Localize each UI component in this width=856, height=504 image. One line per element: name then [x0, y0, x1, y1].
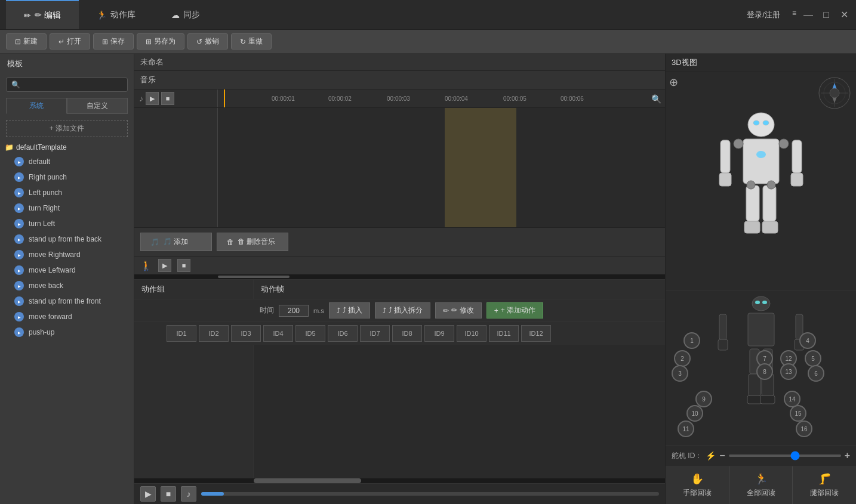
settings-icon[interactable]: ≡	[792, 9, 796, 21]
svg-rect-29	[718, 339, 728, 350]
svg-point-11	[756, 151, 766, 158]
modify-button[interactable]: ✏ ✏ 修改	[435, 302, 481, 319]
add-action-icon: +	[494, 307, 498, 315]
servo-minus-button[interactable]: −	[719, 450, 725, 461]
tab-custom[interactable]: 自定义	[67, 98, 128, 114]
list-item[interactable]: move Leftward	[0, 262, 134, 278]
music-del-icon: 🗑	[227, 238, 234, 246]
music-stop-button[interactable]: ■	[161, 92, 174, 105]
id-cell-6[interactable]: ID6	[328, 325, 358, 342]
timeline-scrollbar[interactable]	[134, 274, 665, 279]
list-item[interactable]: stand up from the front	[0, 293, 134, 309]
id-cell-9[interactable]: ID9	[424, 325, 454, 342]
list-item[interactable]: turn Left	[0, 216, 134, 231]
list-item[interactable]: push-up	[0, 324, 134, 340]
id-cell-8[interactable]: ID8	[392, 325, 422, 342]
add-servo-icon[interactable]: ⊕	[669, 76, 678, 89]
action-scrollbar[interactable]	[134, 478, 665, 483]
servo-button-4[interactable]: 4	[799, 332, 816, 349]
servo-plus-button[interactable]: +	[845, 450, 850, 461]
servo-button-3[interactable]: 3	[672, 365, 688, 382]
svg-point-25	[755, 301, 760, 304]
walk-play-button[interactable]: ▶	[158, 259, 171, 272]
time-input[interactable]	[279, 305, 309, 317]
leg-read-button[interactable]: 🦵 腿部回读	[793, 466, 856, 504]
id-cell-7[interactable]: ID7	[360, 325, 390, 342]
tab-system[interactable]: 系统	[6, 98, 67, 114]
id-cell-10[interactable]: ID10	[457, 325, 486, 342]
id-cell-11[interactable]: ID11	[489, 325, 519, 342]
id-cell-5[interactable]: ID5	[295, 325, 325, 342]
timeline-ruler: 00:00:01 00:00:02 00:00:03 00:00:04 00:0…	[218, 89, 665, 107]
open-button[interactable]: ↵ 打开	[50, 33, 90, 50]
maximize-button[interactable]: □	[820, 9, 832, 21]
servo-button-9[interactable]: 9	[695, 391, 712, 407]
servo-button-8[interactable]: 8	[756, 363, 773, 380]
servo-button-2[interactable]: 2	[674, 350, 691, 367]
id-cell-4[interactable]: ID4	[263, 325, 293, 342]
playback-bar: ▶ ■ ♪	[134, 483, 665, 504]
item-icon	[14, 281, 24, 290]
close-button[interactable]: ✕	[838, 9, 850, 21]
playback-stop-button[interactable]: ■	[161, 486, 176, 502]
tab-edit[interactable]: ✏ ✏ 编辑	[6, 0, 79, 29]
svg-rect-34	[747, 395, 762, 404]
list-item[interactable]: stand up from the back	[0, 231, 134, 247]
walk-stop-button[interactable]: ■	[177, 259, 190, 272]
minimize-button[interactable]: —	[802, 9, 814, 21]
list-item[interactable]: turn Right	[0, 200, 134, 216]
servo-slider[interactable]	[729, 454, 841, 457]
insert-split-button[interactable]: ⤴ ⤴ 插入拆分	[375, 302, 430, 319]
playback-music-button[interactable]: ♪	[181, 486, 196, 502]
servo-button-13[interactable]: 13	[780, 363, 797, 380]
servo-button-10[interactable]: 10	[686, 405, 703, 422]
playback-play-button[interactable]: ▶	[140, 486, 156, 502]
insert-icon: ⤴	[337, 307, 340, 315]
tab-sync[interactable]: ☁ 同步	[153, 0, 218, 29]
delete-music-button[interactable]: 🗑 🗑 删除音乐	[217, 233, 288, 251]
item-icon	[14, 296, 24, 306]
new-button[interactable]: ⊡ 新建	[6, 33, 47, 50]
template-group[interactable]: 📁 defaultTemplate	[0, 141, 134, 154]
progress-bar[interactable]	[201, 492, 659, 496]
list-item[interactable]: move forward	[0, 309, 134, 324]
search-input[interactable]	[23, 81, 122, 89]
servo-button-11[interactable]: 11	[678, 420, 694, 437]
id-cell-1[interactable]: ID1	[167, 325, 196, 342]
item-icon	[14, 327, 24, 337]
add-file-button[interactable]: + 添加文件	[6, 120, 128, 137]
compass[interactable]	[818, 77, 851, 110]
add-action-button[interactable]: + + 添加动作	[486, 302, 543, 319]
list-item[interactable]: move back	[0, 278, 134, 293]
redo-button[interactable]: ↻ 重做	[231, 33, 272, 50]
servo-button-5[interactable]: 5	[805, 350, 821, 367]
timeline-cursor	[224, 89, 225, 107]
music-play-button[interactable]: ▶	[146, 92, 159, 105]
login-button[interactable]: 登录/注册	[747, 10, 780, 20]
list-item[interactable]: move Rightward	[0, 247, 134, 262]
list-item[interactable]: Left punch	[0, 185, 134, 200]
hand-read-button[interactable]: ✋ 手部回读	[666, 466, 729, 504]
list-item[interactable]: default	[0, 154, 134, 169]
add-music-button[interactable]: 🎵 🎵 添加	[140, 233, 212, 251]
id-cell-12[interactable]: ID12	[521, 325, 551, 342]
tab-actions[interactable]: 🏃 动作库	[79, 0, 153, 29]
save-button[interactable]: ⊞ 保存	[93, 33, 134, 50]
servo-button-6[interactable]: 6	[808, 365, 824, 382]
undo-button[interactable]: ↺ 撤销	[187, 33, 228, 50]
id-cell-2[interactable]: ID2	[199, 325, 229, 342]
action-scrollbar-thumb[interactable]	[254, 478, 361, 483]
servo-button-16[interactable]: 16	[796, 420, 812, 437]
action-section: 动作组 动作帧 时间 m.s ⤴ ⤴ 插入 ⤴ ⤴ 插入拆分 ✏ ✏ 修改	[134, 279, 665, 483]
redo-icon: ↻	[240, 38, 246, 46]
all-read-button[interactable]: 🏃 全部回读	[729, 466, 793, 504]
servo-button-1[interactable]: 1	[683, 332, 700, 349]
timeline-scrollbar-thumb[interactable]	[218, 276, 290, 278]
insert-button[interactable]: ⤴ ⤴ 插入	[329, 302, 370, 319]
saveas-button[interactable]: ⊞ 另存为	[137, 33, 184, 50]
servo-button-15[interactable]: 15	[790, 405, 806, 422]
panel-title: 模板	[0, 54, 134, 74]
id-cell-3[interactable]: ID3	[231, 325, 261, 342]
zoom-in-icon[interactable]: 🔍	[651, 94, 661, 104]
list-item[interactable]: Right punch	[0, 169, 134, 185]
